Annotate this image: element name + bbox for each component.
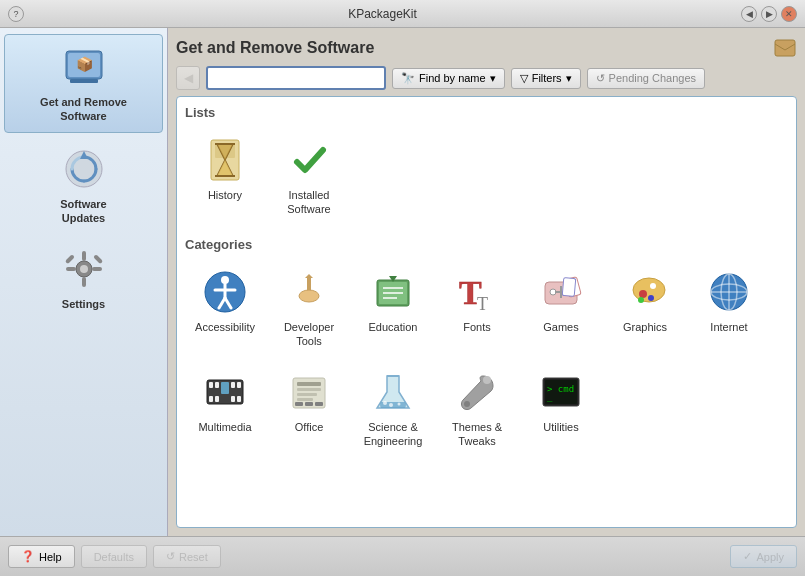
- pending-changes-btn[interactable]: ↺ Pending Changes: [587, 68, 705, 89]
- defaults-btn[interactable]: Defaults: [81, 545, 147, 568]
- svg-rect-60: [237, 382, 241, 388]
- education-label: Education: [369, 320, 418, 334]
- category-item-office[interactable]: Office: [269, 360, 349, 457]
- category-item-internet[interactable]: Internet: [689, 260, 769, 357]
- filters-dropdown-icon: ▾: [566, 72, 572, 85]
- fonts-label: Fonts: [463, 320, 491, 334]
- category-item-utilities[interactable]: > cmd _ Utilities: [521, 360, 601, 457]
- main-panel: Lists: [176, 96, 797, 528]
- category-item-developer-tools[interactable]: Developer Tools: [269, 260, 349, 357]
- list-item-installed[interactable]: Installed Software: [269, 128, 349, 225]
- sidebar-label-software-updates: Software Updates: [60, 197, 106, 226]
- apply-icon: ✓: [743, 550, 752, 563]
- svg-rect-13: [93, 254, 103, 264]
- binoculars-icon: 🔭: [401, 72, 415, 85]
- svg-rect-59: [231, 382, 235, 388]
- sidebar: 📦 Get and Remove Software: [0, 28, 168, 536]
- category-item-multimedia[interactable]: Multimedia: [185, 360, 265, 457]
- svg-text:T: T: [477, 294, 488, 314]
- sidebar-item-software-updates[interactable]: Software Updates: [4, 137, 163, 234]
- svg-rect-10: [66, 267, 76, 271]
- svg-rect-9: [82, 277, 86, 287]
- category-item-accessibility[interactable]: Accessibility: [185, 260, 265, 357]
- office-icon: [285, 368, 333, 416]
- graphics-icon: [621, 268, 669, 316]
- category-item-themes-tweaks[interactable]: Themes & Tweaks: [437, 360, 517, 457]
- titlebar-forward-btn[interactable]: ▶: [761, 6, 777, 22]
- developer-tools-icon: [285, 268, 333, 316]
- svg-point-45: [648, 295, 654, 301]
- sidebar-label-settings: Settings: [62, 297, 105, 311]
- svg-point-26: [299, 290, 319, 302]
- main-window: 📦 Get and Remove Software: [0, 28, 805, 576]
- svg-rect-69: [305, 402, 313, 406]
- header-package-icon: [773, 36, 797, 60]
- themes-tweaks-icon: [453, 368, 501, 416]
- defaults-label: Defaults: [94, 551, 134, 563]
- reset-icon: ↺: [166, 550, 175, 563]
- find-by-name-btn[interactable]: 🔭 Find by name ▾: [392, 68, 505, 89]
- back-btn[interactable]: ◀: [176, 66, 200, 90]
- filters-btn[interactable]: ▽ Filters ▾: [511, 68, 581, 89]
- sidebar-item-get-remove[interactable]: 📦 Get and Remove Software: [4, 34, 163, 133]
- reset-label: Reset: [179, 551, 208, 563]
- graphics-label: Graphics: [623, 320, 667, 334]
- utilities-label: Utilities: [543, 420, 578, 434]
- svg-rect-65: [297, 388, 321, 391]
- pending-changes-label: Pending Changes: [609, 72, 696, 84]
- titlebar: ? KPackageKit ◀ ▶ ✕: [0, 0, 805, 28]
- category-item-science-engineering[interactable]: Science & Engineering: [353, 360, 433, 457]
- svg-rect-62: [237, 396, 241, 402]
- categories-grid: Accessibility Developer Tools: [185, 260, 788, 457]
- lists-grid: History Installed Software: [185, 128, 788, 225]
- svg-rect-56: [221, 382, 229, 394]
- titlebar-back-btn[interactable]: ◀: [741, 6, 757, 22]
- bottom-bar: ❓ Help Defaults ↺ Reset ✓ Apply: [0, 536, 805, 576]
- apply-label: Apply: [756, 551, 784, 563]
- svg-point-74: [464, 401, 470, 407]
- category-item-graphics[interactable]: Graphics: [605, 260, 685, 357]
- svg-rect-12: [64, 254, 74, 264]
- themes-tweaks-label: Themes & Tweaks: [452, 420, 502, 449]
- pending-icon: ↺: [596, 72, 605, 85]
- apply-btn[interactable]: ✓ Apply: [730, 545, 797, 568]
- svg-rect-54: [209, 382, 213, 388]
- help-titlebar-btn[interactable]: ?: [8, 6, 24, 22]
- svg-point-46: [638, 297, 644, 303]
- find-dropdown-icon: ▾: [490, 72, 496, 85]
- sidebar-item-settings[interactable]: Settings: [4, 237, 163, 319]
- settings-icon: [60, 245, 108, 293]
- svg-point-72: [389, 403, 393, 407]
- svg-point-73: [398, 403, 401, 406]
- sidebar-label-get-remove: Get and Remove Software: [40, 95, 127, 124]
- svg-rect-3: [70, 79, 98, 83]
- fonts-icon: T T: [453, 268, 501, 316]
- list-item-history[interactable]: History: [185, 128, 265, 225]
- category-item-games[interactable]: Games: [521, 260, 601, 357]
- internet-label: Internet: [710, 320, 747, 334]
- category-item-fonts[interactable]: T T Fonts: [437, 260, 517, 357]
- toolbar: ◀ 🔭 Find by name ▾ ▽ Filters ▾ ↺ Pending…: [176, 66, 797, 90]
- help-btn[interactable]: ❓ Help: [8, 545, 75, 568]
- accessibility-icon: [201, 268, 249, 316]
- titlebar-left-controls: ?: [8, 6, 24, 22]
- search-input[interactable]: [206, 66, 386, 90]
- science-engineering-icon: [369, 368, 417, 416]
- svg-rect-68: [295, 402, 303, 406]
- games-icon: [537, 268, 585, 316]
- svg-rect-42: [562, 277, 576, 296]
- multimedia-label: Multimedia: [198, 420, 251, 434]
- svg-rect-55: [215, 382, 219, 388]
- category-item-education[interactable]: Education: [353, 260, 433, 357]
- svg-rect-11: [92, 267, 102, 271]
- reset-btn[interactable]: ↺ Reset: [153, 545, 221, 568]
- get-remove-icon: 📦: [60, 43, 108, 91]
- history-icon: [201, 136, 249, 184]
- titlebar-close-btn[interactable]: ✕: [781, 6, 797, 22]
- office-label: Office: [295, 420, 324, 434]
- help-icon: ❓: [21, 550, 35, 563]
- svg-rect-58: [215, 396, 219, 402]
- svg-rect-61: [231, 396, 235, 402]
- titlebar-controls: ◀ ▶ ✕: [741, 6, 797, 22]
- installed-icon: [285, 136, 333, 184]
